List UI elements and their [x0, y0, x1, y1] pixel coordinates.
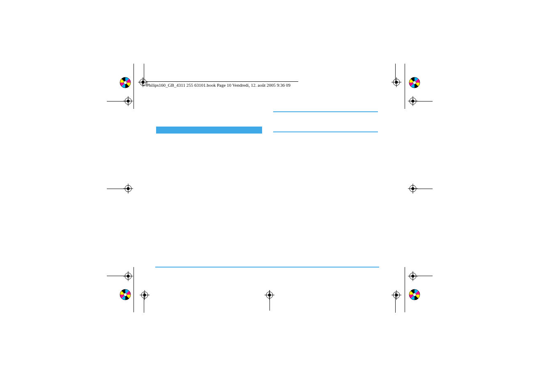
header-text: Philips160_GB_4311 255 63101.book Page 1…: [146, 83, 290, 88]
page-footer-rule: [155, 267, 379, 267]
registration-mark-icon: [408, 271, 418, 281]
content-frame-right-top: [405, 64, 405, 109]
registration-mark-icon: [408, 96, 418, 106]
registration-mark-icon: [408, 184, 418, 194]
color-rosette-icon: [408, 288, 421, 301]
svg-point-51: [413, 293, 416, 296]
registration-mark-icon: [138, 77, 148, 87]
section-rule-top-right: [273, 111, 378, 112]
registration-mark-icon: [391, 77, 401, 87]
registration-mark-icon: [123, 96, 133, 106]
color-rosette-icon: [119, 288, 131, 301]
color-rosette-icon: [408, 76, 421, 89]
registration-mark-icon: [140, 290, 150, 300]
page-header-filename: Philips160_GB_4311 255 63101.book Page 1…: [146, 81, 298, 88]
svg-point-45: [124, 81, 127, 84]
content-frame-left-top: [134, 64, 134, 109]
registration-mark-icon: [123, 184, 133, 194]
svg-point-49: [124, 293, 127, 296]
content-frame-left-bottom: [134, 267, 134, 312]
color-rosette-icon: [119, 76, 131, 89]
registration-mark-icon: [123, 271, 133, 281]
section-rule-mid-right: [273, 131, 378, 132]
registration-mark-icon: [391, 290, 401, 300]
registration-mark-icon: [265, 290, 274, 300]
svg-point-47: [413, 81, 416, 84]
chapter-title-bar: [156, 127, 262, 134]
content-frame-right-bottom: [405, 267, 405, 312]
